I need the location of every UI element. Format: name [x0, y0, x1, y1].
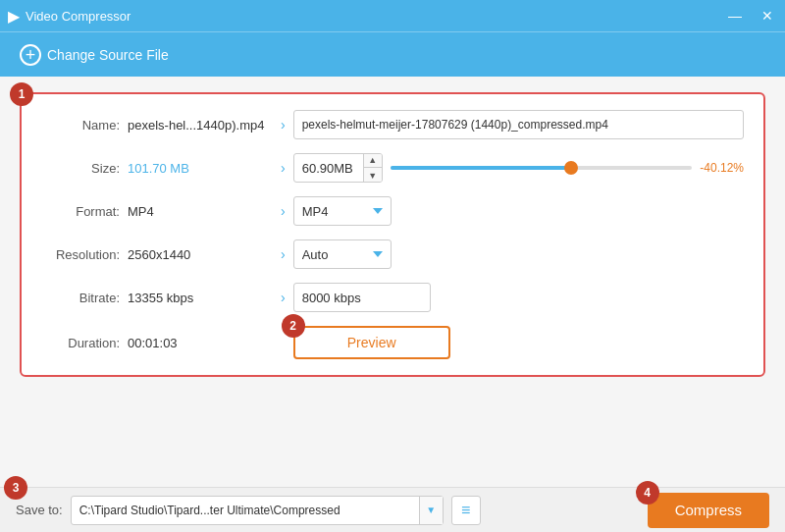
name-row: Name: pexels-hel...1440p).mp4 ›	[41, 110, 744, 139]
change-source-label: Change Source File	[47, 47, 169, 63]
app-title: Video Compressor	[26, 9, 131, 24]
save-path-dropdown-button[interactable]: ▼	[419, 497, 443, 524]
main-content: 1 Name: pexels-hel...1440p).mp4 › Size: …	[0, 77, 785, 487]
close-button[interactable]: ✕	[758, 7, 777, 25]
percent-label: -40.12%	[700, 161, 744, 175]
size-arrow-icon: ›	[281, 160, 286, 176]
bitrate-label: Bitrate:	[41, 291, 120, 305]
app-icon: ▶	[8, 7, 20, 26]
title-bar-left: ▶ Video Compressor	[8, 7, 131, 26]
bitrate-target	[293, 283, 744, 312]
format-select[interactable]: MP4 MOV AVI MKV	[293, 196, 392, 226]
bottom-bar: 3 Save to: C:\Tipard Studio\Tipard...ter…	[0, 487, 785, 532]
size-label: Size:	[41, 161, 120, 176]
badge-1: 1	[10, 82, 33, 106]
badge-2: 2	[282, 314, 305, 338]
preview-button[interactable]: Preview	[293, 326, 450, 359]
bitrate-row: Bitrate: 13355 kbps ›	[41, 283, 744, 312]
resolution-label: Resolution:	[41, 247, 120, 262]
slider-fill	[391, 166, 572, 170]
change-source-button[interactable]: + Change Source File	[12, 40, 177, 70]
plus-circle-icon: +	[20, 44, 41, 66]
format-label: Format:	[41, 204, 120, 219]
size-slider-wrap: -40.12%	[391, 161, 744, 175]
minimize-button[interactable]: —	[724, 7, 746, 25]
resolution-row: Resolution: 2560x1440 › Auto 1920x1080 1…	[41, 239, 744, 269]
name-arrow-icon: ›	[281, 117, 286, 133]
bitrate-arrow-icon: ›	[281, 290, 286, 305]
slider-thumb[interactable]	[564, 161, 578, 175]
format-source: MP4	[128, 204, 265, 219]
format-target: MP4 MOV AVI MKV	[293, 196, 744, 226]
name-source: pexels-hel...1440p).mp4	[128, 118, 265, 133]
file-info-card: 1 Name: pexels-hel...1440p).mp4 › Size: …	[20, 92, 765, 377]
bitrate-source: 13355 kbps	[128, 291, 265, 305]
preview-button-wrap: 2 Preview	[293, 326, 450, 359]
name-label: Name:	[41, 118, 120, 133]
compress-button[interactable]: 4 Compress	[648, 493, 769, 528]
spinner-up-button[interactable]: ▲	[364, 153, 382, 168]
save-path-text: C:\Tipard Studio\Tipard...ter Ultimate\C…	[72, 504, 419, 517]
folder-icon: ≡	[461, 502, 470, 519]
resolution-arrow-icon: ›	[281, 246, 286, 262]
spinner-buttons: ▲ ▼	[363, 153, 382, 183]
duration-source: 00:01:03	[128, 336, 265, 350]
bitrate-input[interactable]	[293, 283, 431, 312]
resolution-target: Auto 1920x1080 1280x720 2560x1440	[293, 239, 744, 269]
duration-label: Duration:	[41, 336, 120, 350]
toolbar: + Change Source File	[0, 31, 785, 77]
title-bar: ▶ Video Compressor — ✕	[0, 0, 785, 31]
name-input[interactable]	[293, 110, 744, 139]
compress-label: Compress	[675, 502, 742, 518]
format-arrow-icon: ›	[281, 203, 286, 219]
size-target: 60.90MB ▲ ▼ -40.12%	[293, 153, 744, 183]
save-to-label: Save to:	[16, 503, 63, 517]
badge-4: 4	[636, 481, 659, 505]
resolution-source: 2560x1440	[128, 247, 265, 262]
name-target	[293, 110, 744, 139]
resolution-select[interactable]: Auto 1920x1080 1280x720 2560x1440	[293, 239, 392, 269]
duration-target: 2 Preview	[293, 326, 744, 359]
size-value: 60.90MB	[294, 161, 363, 176]
size-row: Size: 101.70 MB › 60.90MB ▲ ▼ -40.12%	[41, 153, 744, 183]
size-spinner[interactable]: 60.90MB ▲ ▼	[293, 153, 383, 183]
format-row: Format: MP4 › MP4 MOV AVI MKV	[41, 196, 744, 226]
save-path-wrap: C:\Tipard Studio\Tipard...ter Ultimate\C…	[71, 496, 444, 525]
folder-button[interactable]: ≡	[451, 496, 481, 525]
badge-3: 3	[4, 476, 27, 500]
slider-track[interactable]	[391, 166, 693, 170]
duration-row: Duration: 00:01:03 › 2 Preview	[41, 326, 744, 359]
title-bar-controls: — ✕	[724, 7, 777, 25]
spinner-down-button[interactable]: ▼	[364, 168, 382, 183]
size-source: 101.70 MB	[128, 161, 265, 176]
